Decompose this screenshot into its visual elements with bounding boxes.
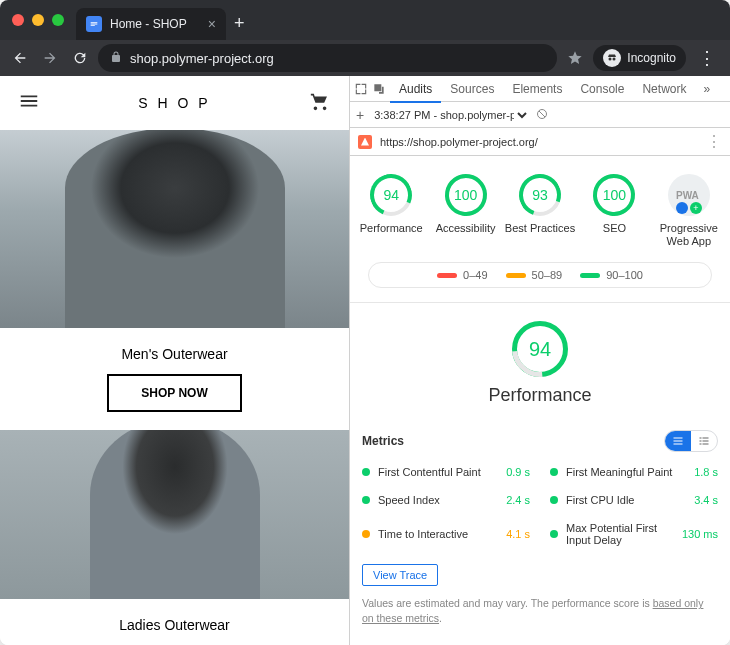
metric-row[interactable]: First CPU Idle3.4 s [550, 486, 718, 514]
performance-big-label: Performance [488, 385, 591, 406]
section-title-ladies: Ladies Outerwear [0, 617, 349, 633]
metric-row[interactable]: Max Potential First Input Delay130 ms [550, 514, 718, 554]
lock-icon [110, 51, 122, 66]
star-icon[interactable] [563, 46, 587, 70]
back-button[interactable] [8, 46, 32, 70]
reload-button[interactable] [68, 46, 92, 70]
metric-name: First CPU Idle [566, 494, 686, 506]
section-title-mens: Men's Outerwear [0, 346, 349, 362]
metric-name: Time to Interactive [378, 528, 498, 540]
performance-big-gauge: 94 [512, 321, 568, 377]
devtools-menu-icon[interactable]: ⋮ [718, 81, 730, 97]
shop-now-button[interactable]: SHOP NOW [107, 374, 241, 412]
incognito-badge[interactable]: Incognito [593, 45, 686, 71]
devtools-panel: Audits Sources Elements Console Network … [350, 76, 730, 645]
url-text: shop.polymer-project.org [130, 51, 274, 66]
metric-value: 4.1 s [506, 528, 530, 540]
metrics-section: First Contentful Paint0.9 sFirst Meaning… [350, 458, 730, 635]
toggle-expanded-icon[interactable] [691, 431, 717, 451]
gauge-pwa[interactable]: PWA + Progressive Web App [654, 174, 724, 248]
hero-image-mens [0, 130, 349, 328]
new-audit-button[interactable]: + [356, 107, 364, 123]
url-field[interactable]: shop.polymer-project.org [98, 44, 557, 72]
browser-tab[interactable]: Home - SHOP × [76, 8, 226, 40]
site-logo[interactable]: S H O P [138, 95, 210, 111]
tab-console[interactable]: Console [571, 76, 633, 102]
site-header: S H O P [0, 76, 349, 130]
audit-row-menu-icon[interactable]: ⋮ [706, 132, 722, 151]
metric-value: 2.4 s [506, 494, 530, 506]
metric-name: First Meaningful Paint [566, 466, 686, 478]
metric-value: 130 ms [682, 528, 718, 540]
metrics-title: Metrics [362, 434, 404, 448]
metric-name: Max Potential First Input Delay [566, 522, 674, 546]
metric-value: 3.4 s [694, 494, 718, 506]
metric-name: First Contentful Paint [378, 466, 498, 478]
metric-row[interactable]: Time to Interactive4.1 s [362, 514, 530, 554]
audits-toolbar: + 3:38:27 PM - shop.polymer-pr… [350, 102, 730, 128]
tab-network[interactable]: Network [633, 76, 695, 102]
close-tab-icon[interactable]: × [208, 16, 216, 32]
metrics-disclaimer: Values are estimated and may vary. The p… [362, 596, 718, 635]
pwa-icon: PWA + [668, 174, 710, 216]
metric-row[interactable]: First Meaningful Paint1.8 s [550, 458, 718, 486]
status-dot-icon [362, 468, 370, 476]
incognito-label: Incognito [627, 51, 676, 65]
audit-run-selector[interactable]: 3:38:27 PM - shop.polymer-pr… [370, 108, 530, 122]
status-dot-icon [550, 530, 558, 538]
metric-value: 1.8 s [694, 466, 718, 478]
gauge-performance[interactable]: 94 Performance [356, 174, 426, 248]
forward-button[interactable] [38, 46, 62, 70]
score-gauges: 94 Performance 100 Accessibility 93 Best… [350, 156, 730, 256]
browser-menu-icon[interactable]: ⋮ [692, 47, 722, 69]
site-panel: S H O P Men's Outerwear SHOP NOW Ladies … [0, 76, 350, 645]
gauge-seo[interactable]: 100 SEO [579, 174, 649, 248]
metric-row[interactable]: First Contentful Paint0.9 s [362, 458, 530, 486]
svg-text:PWA: PWA [676, 190, 699, 201]
tabs-overflow-icon[interactable]: » [699, 82, 714, 96]
devtools-tabbar: Audits Sources Elements Console Network … [350, 76, 730, 102]
legend-bad-icon [437, 273, 457, 278]
status-dot-icon [362, 530, 370, 538]
view-trace-button[interactable]: View Trace [362, 564, 438, 586]
clear-icon[interactable] [536, 108, 548, 122]
lighthouse-icon [358, 135, 372, 149]
tab-title: Home - SHOP [110, 17, 187, 31]
window-controls[interactable] [0, 14, 76, 26]
incognito-icon [603, 49, 621, 67]
gauge-best-practices[interactable]: 93 Best Practices [505, 174, 575, 248]
tab-bar: Home - SHOP × + [0, 0, 730, 40]
viewport: S H O P Men's Outerwear SHOP NOW Ladies … [0, 76, 730, 645]
device-toolbar-icon[interactable] [372, 78, 386, 100]
new-tab-button[interactable]: + [226, 13, 253, 34]
maximize-window-icon[interactable] [52, 14, 64, 26]
favicon-icon [86, 16, 102, 32]
svg-point-1 [613, 58, 616, 61]
hero-image-ladies [0, 430, 349, 599]
performance-detail: 94 Performance [350, 302, 730, 420]
gauge-accessibility[interactable]: 100 Accessibility [430, 174, 500, 248]
inspect-element-icon[interactable] [354, 78, 368, 100]
devtools-tabs: Audits Sources Elements Console Network [390, 76, 695, 102]
browser-window: Home - SHOP × + shop.polymer-project.org… [0, 0, 730, 645]
status-dot-icon [550, 468, 558, 476]
address-bar: shop.polymer-project.org Incognito ⋮ [0, 40, 730, 76]
score-legend: 0–49 50–89 90–100 [368, 262, 712, 288]
metric-name: Speed Index [378, 494, 498, 506]
metric-row[interactable]: Speed Index2.4 s [362, 486, 530, 514]
menu-icon[interactable] [18, 90, 40, 116]
metrics-header: Metrics [350, 420, 730, 458]
tab-audits[interactable]: Audits [390, 76, 441, 102]
status-dot-icon [550, 496, 558, 504]
tab-sources[interactable]: Sources [441, 76, 503, 102]
metrics-view-toggle[interactable] [664, 430, 718, 452]
minimize-window-icon[interactable] [32, 14, 44, 26]
toggle-compact-icon[interactable] [665, 431, 691, 451]
audit-url: https://shop.polymer-project.org/ [380, 136, 538, 148]
legend-mid-icon [506, 273, 526, 278]
metric-value: 0.9 s [506, 466, 530, 478]
audit-url-row: https://shop.polymer-project.org/ ⋮ [350, 128, 730, 156]
close-window-icon[interactable] [12, 14, 24, 26]
cart-icon[interactable] [309, 90, 331, 116]
tab-elements[interactable]: Elements [503, 76, 571, 102]
